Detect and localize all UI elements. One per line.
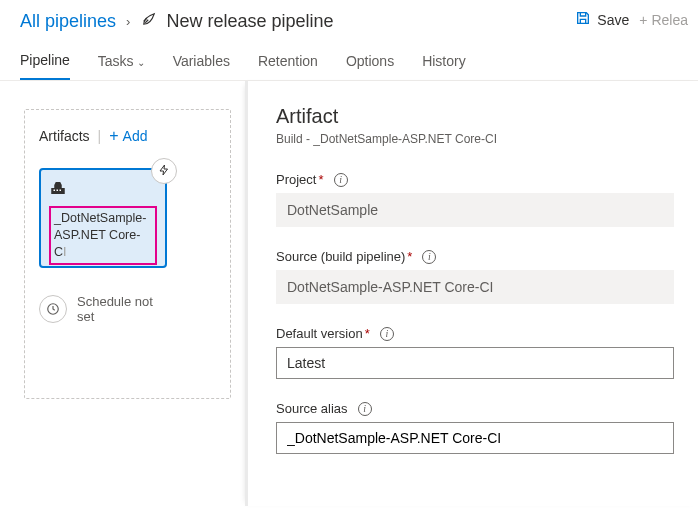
divider: | bbox=[98, 128, 102, 144]
save-button[interactable]: Save bbox=[575, 10, 629, 29]
default-version-label: Default version* i bbox=[276, 326, 674, 341]
source-input: DotNetSample-ASP.NET Core-CI bbox=[276, 270, 674, 304]
default-version-select[interactable]: Latest bbox=[276, 347, 674, 379]
tab-retention[interactable]: Retention bbox=[258, 53, 318, 79]
add-artifact-button[interactable]: + Add bbox=[109, 128, 147, 144]
trigger-button[interactable] bbox=[151, 158, 177, 184]
schedule-label: Schedule not set bbox=[77, 294, 157, 324]
project-label: Project* i bbox=[276, 172, 674, 187]
chevron-right-icon: › bbox=[126, 14, 130, 29]
pipeline-icon bbox=[140, 10, 158, 32]
header-actions: Save + Relea bbox=[575, 10, 698, 29]
release-button[interactable]: + Relea bbox=[639, 12, 688, 28]
info-icon[interactable]: i bbox=[422, 250, 436, 264]
artifacts-heading: Artifacts bbox=[39, 128, 90, 144]
plus-icon: + bbox=[639, 12, 647, 28]
release-label: Relea bbox=[651, 12, 688, 28]
tab-tasks-label: Tasks bbox=[98, 53, 134, 69]
svg-rect-2 bbox=[60, 190, 62, 192]
project-input: DotNetSample bbox=[276, 193, 674, 227]
tab-history[interactable]: History bbox=[422, 53, 466, 79]
tab-variables[interactable]: Variables bbox=[173, 53, 230, 79]
save-label: Save bbox=[597, 12, 629, 28]
artifacts-box: Artifacts | + Add _DotNetSample-ASP.NET bbox=[24, 109, 231, 399]
info-icon[interactable]: i bbox=[358, 402, 372, 416]
source-label: Source (build pipeline)* i bbox=[276, 249, 674, 264]
tab-pipeline[interactable]: Pipeline bbox=[20, 52, 70, 80]
source-alias-input[interactable] bbox=[276, 422, 674, 454]
svg-rect-1 bbox=[57, 190, 59, 192]
breadcrumb-root-link[interactable]: All pipelines bbox=[20, 11, 116, 32]
clock-icon bbox=[39, 295, 67, 323]
artifact-detail-panel: Artifact Build - _DotNetSample-ASP.NET C… bbox=[245, 81, 698, 506]
panel-title: Artifact bbox=[276, 105, 674, 128]
page-title: New release pipeline bbox=[166, 11, 333, 32]
artifact-card[interactable]: _DotNetSample-ASP.NET Core-CI bbox=[39, 168, 167, 268]
plus-icon: + bbox=[109, 128, 118, 144]
svg-rect-0 bbox=[54, 190, 56, 192]
source-alias-label: Source alias i bbox=[276, 401, 674, 416]
artifacts-panel: Artifacts | + Add _DotNetSample-ASP.NET bbox=[0, 81, 245, 506]
tab-options[interactable]: Options bbox=[346, 53, 394, 79]
info-icon[interactable]: i bbox=[334, 173, 348, 187]
tabs: Pipeline Tasks⌄ Variables Retention Opti… bbox=[0, 38, 698, 81]
panel-subtitle: Build - _DotNetSample-ASP.NET Core-CI bbox=[276, 132, 674, 146]
artifact-alias: _DotNetSample-ASP.NET Core-CI bbox=[49, 206, 157, 265]
info-icon[interactable]: i bbox=[380, 327, 394, 341]
add-label: Add bbox=[123, 128, 148, 144]
chevron-down-icon: ⌄ bbox=[137, 57, 145, 68]
build-icon bbox=[49, 180, 157, 200]
schedule-button[interactable]: Schedule not set bbox=[39, 294, 216, 324]
lightning-icon bbox=[158, 163, 170, 180]
tab-tasks[interactable]: Tasks⌄ bbox=[98, 53, 145, 79]
default-version-value: Latest bbox=[287, 355, 325, 371]
save-icon bbox=[575, 10, 591, 29]
